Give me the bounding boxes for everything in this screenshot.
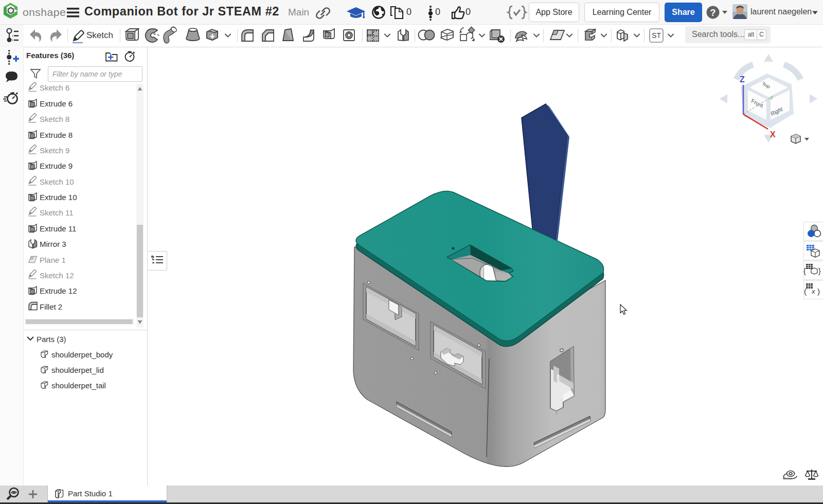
svg-text:?: ? — [710, 8, 716, 18]
